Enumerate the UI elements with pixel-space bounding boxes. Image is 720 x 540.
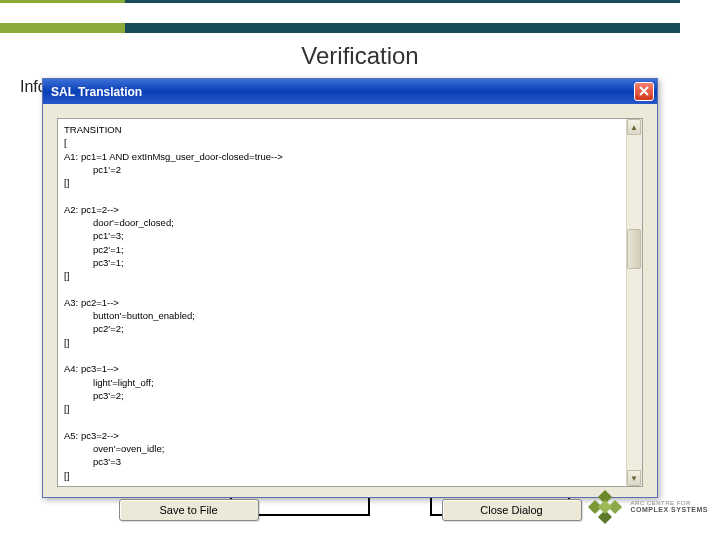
- logo-text: ARC CENTRE FOR COMPLEX SYSTEMS: [630, 500, 708, 514]
- translation-text: TRANSITION [ A1: pc1=1 AND extInMsg_user…: [58, 119, 626, 486]
- sal-translation-dialog: SAL Translation TRANSITION [ A1: pc1=1 A…: [42, 78, 658, 498]
- close-button[interactable]: [634, 82, 654, 101]
- footer-logo: ARC CENTRE FOR COMPLEX SYSTEMS: [586, 488, 708, 526]
- close-icon: [638, 83, 650, 101]
- close-dialog-button[interactable]: Close Dialog: [442, 499, 582, 521]
- dialog-titlebar[interactable]: SAL Translation: [43, 79, 657, 104]
- translation-textbox[interactable]: TRANSITION [ A1: pc1=1 AND extInMsg_user…: [57, 118, 643, 487]
- dialog-body: TRANSITION [ A1: pc1=1 AND extInMsg_user…: [43, 104, 657, 497]
- page-title: Verification: [0, 42, 720, 70]
- logo-icon: [586, 488, 624, 526]
- scroll-thumb[interactable]: [627, 229, 641, 269]
- vertical-scrollbar[interactable]: ▲ ▼: [626, 119, 642, 486]
- scroll-up-arrow[interactable]: ▲: [627, 119, 641, 135]
- dialog-title: SAL Translation: [51, 85, 634, 99]
- dialog-button-row: Save to File Close Dialog: [57, 487, 643, 521]
- scroll-down-arrow[interactable]: ▼: [627, 470, 641, 486]
- header-decor: [0, 0, 720, 40]
- save-to-file-button[interactable]: Save to File: [119, 499, 259, 521]
